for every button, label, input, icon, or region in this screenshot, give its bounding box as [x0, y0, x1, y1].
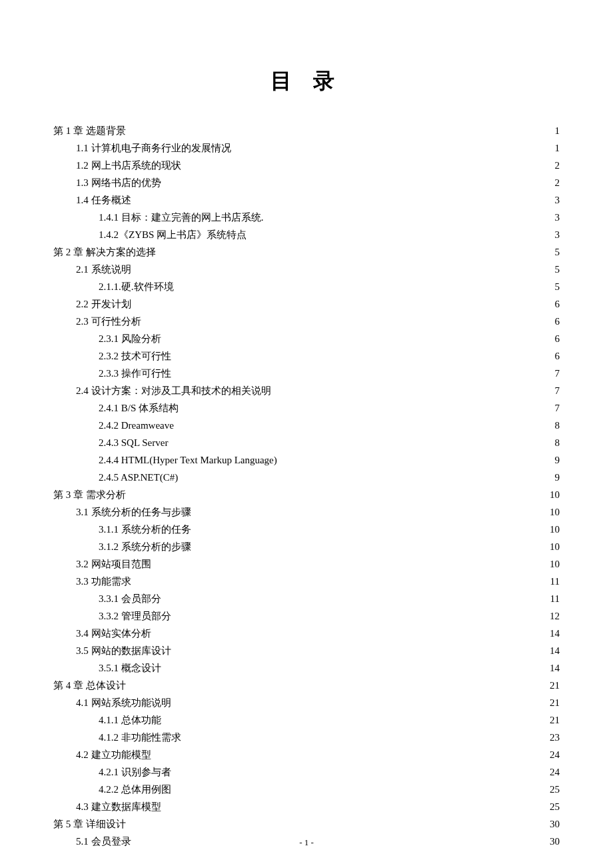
toc-entry[interactable]: 4.3 建立数据库模型25 [53, 799, 560, 815]
toc-entry-label: 4.1.1 总体功能 [99, 712, 161, 728]
toc-leader-dots [126, 679, 548, 689]
toc-entry[interactable]: 2.3.3 操作可行性7 [53, 365, 560, 381]
toc-entry[interactable]: 2.4.2 Dreamweave8 [53, 417, 560, 433]
toc-entry-page: 7 [554, 365, 560, 381]
toc-entry[interactable]: 2.4.3 SQL Server8 [53, 435, 560, 451]
toc-entry-page: 5 [554, 244, 560, 260]
toc-leader-dots [191, 540, 548, 550]
toc-entry[interactable]: 2.2 开发计划6 [53, 296, 560, 312]
toc-entry-page: 10 [548, 504, 560, 520]
toc-entry[interactable]: 2.4 设计方案：对涉及工具和技术的相关说明7 [53, 383, 560, 399]
toc-entry-label: 1.4 任务概述 [76, 192, 131, 208]
toc-leader-dots [156, 245, 554, 255]
toc-entry[interactable]: 4.2 建立功能模型24 [53, 747, 560, 763]
toc-leader-dots [126, 124, 554, 134]
toc-entry[interactable]: 第 2 章 解决方案的选择5 [53, 244, 560, 260]
toc-leader-dots [171, 644, 549, 654]
toc-leader-dots [131, 263, 554, 273]
toc-leader-dots [191, 523, 548, 533]
toc-entry-page: 5 [554, 261, 560, 277]
toc-entry[interactable]: 3.5 网站的数据库设计14 [53, 643, 560, 659]
toc-entry[interactable]: 3.3.2 管理员部分12 [53, 608, 560, 624]
toc-entry[interactable]: 2.4.4 HTML(Hyper Text Markup Language)9 [53, 452, 560, 468]
toc-leader-dots [161, 332, 554, 342]
toc-entry[interactable]: 1.4.1 目标：建立完善的网上书店系统.3 [53, 209, 560, 225]
toc-entry[interactable]: 1.4 任务概述3 [53, 192, 560, 208]
toc-leader-dots [131, 297, 554, 307]
toc-entry-label: 1.4.2《ZYBS 网上书店》系统特点 [99, 227, 247, 243]
toc-leader-dots [171, 765, 548, 775]
toc-leader-dots [247, 228, 553, 238]
toc-entry[interactable]: 第 4 章 总体设计21 [53, 677, 560, 693]
toc-entry[interactable]: 第 5 章 详细设计30 [53, 816, 560, 832]
toc-entry[interactable]: 4.2.2 总体用例图25 [53, 781, 560, 797]
toc-entry[interactable]: 1.2 网上书店系统的现状2 [53, 157, 560, 173]
toc-entry-label: 2.4.1 B/S 体系结构 [99, 400, 179, 416]
toc-entry-label: 2.4.2 Dreamweave [99, 417, 174, 433]
toc-entry-label: 2.1 系统说明 [76, 261, 131, 277]
toc-entry[interactable]: 2.1.1.硬.软件环境5 [53, 279, 560, 295]
toc-entry[interactable]: 3.3.1 会员部分11 [53, 591, 560, 607]
toc-entry-page: 21 [548, 695, 560, 711]
toc-leader-dots [131, 575, 549, 585]
toc-entry-page: 3 [554, 192, 560, 208]
toc-entry[interactable]: 2.3 可行性分析6 [53, 313, 560, 329]
toc-entry-label: 3.2 网站项目范围 [76, 556, 151, 572]
toc-entry-label: 3.5.1 概念设计 [99, 660, 161, 676]
toc-leader-dots [161, 661, 548, 671]
toc-entry-page: 24 [548, 764, 560, 780]
toc-entry[interactable]: 第 1 章 选题背景1 [53, 123, 560, 139]
toc-entry-label: 2.1.1.硬.软件环境 [99, 279, 174, 295]
toc-entry[interactable]: 3.5.1 概念设计14 [53, 660, 560, 676]
toc-entry[interactable]: 3.1.2 系统分析的步骤10 [53, 539, 560, 555]
toc-entry[interactable]: 4.1 网站系统功能说明21 [53, 695, 560, 711]
toc-entry[interactable]: 3.3 功能需求11 [53, 573, 560, 589]
toc-entry-label: 4.2.1 识别参与者 [99, 764, 171, 780]
toc-entry-page: 24 [548, 747, 560, 763]
toc-entry[interactable]: 4.1.2 非功能性需求23 [53, 729, 560, 745]
toc-entry[interactable]: 2.3.2 技术可行性6 [53, 348, 560, 364]
toc-entry[interactable]: 2.1 系统说明5 [53, 261, 560, 277]
toc-entry[interactable]: 2.4.5 ASP.NET(C#)9 [53, 469, 560, 485]
toc-entry-label: 第 4 章 总体设计 [53, 677, 126, 693]
toc-entry-label: 1.2 网上书店系统的现状 [76, 157, 181, 173]
toc-entry-label: 4.3 建立数据库模型 [76, 799, 161, 815]
toc-entry-label: 2.3.2 技术可行性 [99, 348, 171, 364]
toc-entry-page: 21 [548, 677, 560, 693]
toc-entry-page: 14 [548, 625, 560, 641]
toc-entry[interactable]: 2.4.1 B/S 体系结构7 [53, 400, 560, 416]
toc-entry[interactable]: 1.1 计算机电子商务行业的发展情况1 [53, 140, 560, 156]
toc-entry-label: 3.3.2 管理员部分 [99, 608, 171, 624]
toc-entry[interactable]: 1.4.2《ZYBS 网上书店》系统特点3 [53, 227, 560, 243]
toc-entry[interactable]: 4.1.1 总体功能21 [53, 712, 560, 728]
toc-entry[interactable]: 2.3.1 风险分析6 [53, 331, 560, 347]
toc-leader-dots [171, 783, 548, 793]
toc-entry-label: 2.2 开发计划 [76, 296, 131, 312]
toc-leader-dots [271, 384, 554, 394]
toc-entry-page: 7 [554, 383, 560, 399]
toc-leader-dots [178, 471, 553, 481]
toc-entry-label: 3.5 网站的数据库设计 [76, 643, 171, 659]
toc-entry[interactable]: 1.3 网络书店的优势2 [53, 175, 560, 191]
toc-entry[interactable]: 3.4 网站实体分析14 [53, 625, 560, 641]
toc-entry-label: 3.1.2 系统分析的步骤 [99, 539, 191, 555]
toc-entry[interactable]: 3.1 系统分析的任务与步骤10 [53, 504, 560, 520]
toc-entry[interactable]: 第 3 章 需求分析10 [53, 487, 560, 503]
toc-entry-page: 23 [548, 729, 560, 745]
toc-entry-label: 4.2.2 总体用例图 [99, 781, 171, 797]
toc-entry-label: 1.3 网络书店的优势 [76, 175, 161, 191]
toc-entry-label: 3.4 网站实体分析 [76, 625, 151, 641]
toc-leader-dots [171, 696, 549, 706]
toc-entry-page: 14 [548, 660, 560, 676]
toc-entry-page: 5 [554, 279, 560, 295]
toc-leader-dots [141, 315, 554, 325]
toc-leader-dots [126, 488, 548, 498]
toc-entry-label: 2.3.1 风险分析 [99, 331, 161, 347]
toc-entry-label: 4.1 网站系统功能说明 [76, 695, 171, 711]
toc-entry[interactable]: 3.1.1 系统分析的任务10 [53, 521, 560, 537]
toc-leader-dots [181, 731, 548, 741]
toc-leader-dots [191, 505, 549, 515]
toc-leader-dots [181, 159, 554, 169]
toc-entry[interactable]: 3.2 网站项目范围10 [53, 556, 560, 572]
toc-entry[interactable]: 4.2.1 识别参与者24 [53, 764, 560, 780]
